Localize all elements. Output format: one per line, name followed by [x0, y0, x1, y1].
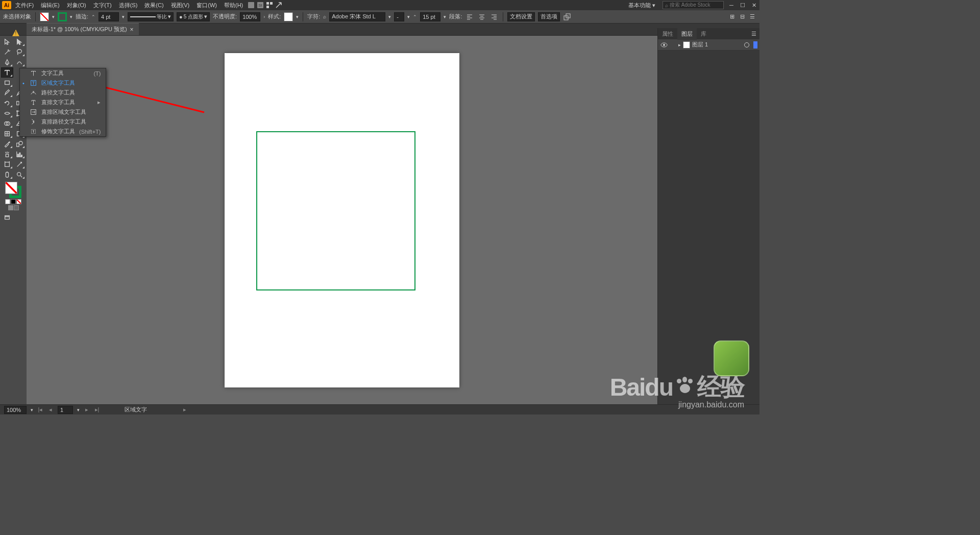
stock-icon[interactable]: St — [256, 1, 264, 9]
menu-object[interactable]: 对象(O) — [64, 1, 89, 10]
flyout-touch-type-tool[interactable]: 修饰文字工具 (Shift+T) — [20, 127, 106, 136]
workspace-switcher[interactable]: 基本功能 ▾ — [625, 1, 658, 10]
option-icon2[interactable]: ⊟ — [738, 13, 746, 21]
panel-tab-layers[interactable]: 图层 — [677, 28, 697, 40]
color-picker — [1, 182, 26, 210]
font-size-input[interactable] — [420, 12, 440, 21]
maximize-button[interactable]: ☐ — [739, 2, 746, 9]
hand-tool[interactable] — [1, 169, 13, 180]
svg-point-37 — [19, 141, 22, 145]
menu-file[interactable]: 文件(F) — [12, 1, 37, 10]
arrange-icon[interactable] — [265, 1, 274, 9]
graphic-style-swatch[interactable] — [284, 12, 293, 21]
visibility-toggle[interactable] — [660, 42, 668, 47]
fill-swatch[interactable] — [40, 12, 49, 21]
menu-help[interactable]: 帮助(H) — [221, 1, 246, 10]
shape-builder-tool[interactable] — [1, 118, 13, 129]
rotate-tool[interactable] — [1, 98, 13, 108]
menu-select[interactable]: 选择(S) — [116, 1, 141, 10]
selection-status: 未选择对象 — [3, 13, 31, 20]
preferences-button[interactable]: 首选项 — [538, 12, 560, 21]
flyout-area-type-tool[interactable]: • 区域文字工具 — [20, 78, 106, 88]
stroke-swatch[interactable] — [58, 12, 67, 21]
screen-mode-normal[interactable] — [8, 205, 13, 210]
pen-tool[interactable] — [1, 57, 13, 67]
brush-profile-dropdown[interactable]: ● 5 点圆形 ▾ — [177, 12, 210, 21]
stroke-style-dropdown[interactable]: 等比 ▾ — [128, 12, 174, 21]
flyout-vertical-type-tool[interactable]: 直排文字工具 ▸ — [20, 98, 106, 107]
expand-layer-icon[interactable]: ▸ — [678, 42, 681, 47]
menu-type[interactable]: 文字(T) — [90, 1, 115, 10]
panel-tab-libraries[interactable]: 库 — [697, 28, 710, 40]
flyout-path-type-tool[interactable]: 路径文字工具 — [20, 88, 106, 98]
last-artboard-button[interactable]: ▸| — [94, 407, 100, 413]
opacity-input[interactable] — [240, 12, 260, 21]
layer-name[interactable]: 图层 1 — [692, 41, 708, 48]
cloud-icon[interactable] — [275, 1, 283, 9]
screen-mode-full[interactable] — [14, 205, 19, 210]
minimize-button[interactable]: ─ — [728, 2, 735, 9]
width-tool[interactable] — [1, 108, 13, 118]
search-stock-input[interactable]: ⌕ 搜索 Adobe Stock — [663, 1, 724, 9]
magic-wand-tool[interactable] — [1, 47, 13, 57]
symbol-sprayer-tool[interactable] — [1, 149, 13, 159]
color-mode-gradient[interactable] — [11, 199, 16, 204]
color-mode-none[interactable] — [16, 199, 21, 204]
tab-close-button[interactable]: × — [130, 26, 134, 33]
panel-menu-icon[interactable]: ☰ — [748, 31, 760, 37]
align-center-button[interactable] — [477, 12, 486, 21]
menu-edit[interactable]: 编辑(E) — [38, 1, 63, 10]
graph-tool[interactable] — [13, 149, 26, 159]
layer-row[interactable]: ▸ 图层 1 — [658, 39, 760, 51]
flyout-type-tool[interactable]: 文字工具 (T) — [20, 68, 106, 78]
transform-icon[interactable] — [563, 13, 571, 21]
direct-selection-tool[interactable] — [13, 37, 26, 47]
menu-window[interactable]: 窗口(W) — [193, 1, 220, 10]
document-tab[interactable]: 未标题-1* @ 100% (CMYK/GPU 预览) × — [27, 23, 139, 35]
lasso-tool[interactable] — [13, 47, 26, 57]
align-left-button[interactable] — [465, 12, 474, 21]
close-button[interactable]: ✕ — [750, 2, 757, 9]
document-setup-button[interactable]: 文档设置 — [507, 12, 535, 21]
layer-thumbnail — [683, 41, 690, 48]
zoom-tool[interactable] — [13, 169, 26, 180]
menu-view[interactable]: 视图(V) — [168, 1, 193, 10]
prev-artboard-button[interactable]: ◂ — [47, 407, 54, 413]
blend-tool[interactable] — [13, 139, 26, 149]
flyout-vertical-path-type-tool[interactable]: 直排路径文字工具 — [20, 117, 106, 127]
paintbrush-tool[interactable] — [1, 88, 13, 98]
zoom-input[interactable] — [4, 406, 27, 414]
layer-target-icon[interactable] — [744, 42, 749, 47]
menu-effect[interactable]: 效果(C) — [141, 1, 166, 10]
status-dropdown[interactable]: ▸ — [182, 407, 188, 413]
fill-color[interactable] — [5, 182, 17, 194]
artboard-number-input[interactable] — [58, 406, 73, 414]
font-family-input[interactable] — [329, 12, 385, 21]
font-style-input[interactable] — [394, 12, 404, 21]
color-mode-solid[interactable] — [5, 199, 10, 204]
bridge-icon[interactable] — [247, 1, 255, 9]
slice-tool[interactable] — [13, 159, 26, 169]
artboard-tool[interactable] — [1, 159, 13, 169]
mesh-tool[interactable] — [1, 129, 13, 139]
path-type-icon — [29, 89, 37, 96]
panel-tab-properties[interactable]: 属性 — [658, 28, 677, 40]
edit-toolbar-button[interactable] — [1, 212, 13, 223]
curvature-tool[interactable] — [13, 57, 26, 67]
rectangle-tool[interactable] — [1, 78, 13, 88]
rectangle-object[interactable] — [256, 131, 415, 290]
type-tool[interactable] — [1, 67, 13, 78]
eyedropper-tool[interactable] — [1, 139, 13, 149]
option-menu-icon[interactable]: ☰ — [748, 13, 756, 21]
first-artboard-button[interactable]: |◂ — [37, 407, 43, 413]
canvas-area[interactable] — [27, 36, 657, 404]
svg-rect-44 — [5, 162, 10, 167]
next-artboard-button[interactable]: ▸ — [84, 407, 90, 413]
flyout-vertical-area-type-tool[interactable]: 直排区域文字工具 — [20, 107, 106, 117]
option-icon1[interactable]: ⊞ — [728, 13, 736, 21]
paragraph-label: 段落: — [449, 13, 462, 20]
selection-tool[interactable] — [1, 37, 13, 47]
align-right-button[interactable] — [489, 12, 499, 21]
stroke-weight-input[interactable] — [99, 12, 119, 21]
svg-rect-36 — [17, 143, 19, 147]
